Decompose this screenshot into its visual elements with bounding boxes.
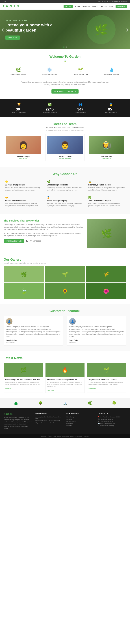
topbar-address: 32 example Road, 682 — [112, 0, 128, 2]
stat-team-number: 347 — [65, 107, 96, 112]
render-section: The Services That We Render Garden enjoy… — [0, 214, 130, 254]
feedback-grid: 👤 Garden Company is professional, creati… — [4, 316, 126, 346]
nav-services[interactable]: Services — [82, 5, 90, 8]
hero-dots — [63, 46, 67, 48]
hero-dot-3[interactable] — [66, 46, 67, 48]
brand-icon-1: 🌲 — [14, 401, 18, 405]
stat-projects-label: Successful Projects — [34, 112, 65, 113]
social-icons[interactable]: f t g+ in — [2, 0, 8, 2]
hero-dot-1[interactable] — [63, 46, 64, 48]
feedback-card-2: 👤 Garden Company is professional, creati… — [67, 316, 126, 346]
hero-arrow-right[interactable]: ❯ — [126, 28, 128, 32]
why-heading-colored: Choose Us — [60, 172, 77, 176]
news-card-1: 🌿 Landscaping: The Best Idea You've Ever… — [4, 363, 43, 393]
why-grid: ⭐ 30 Years of Experience Explain you all… — [4, 179, 126, 208]
render-buttons: MORE ABOUT US 📞 + 44 567 89999 — [4, 239, 83, 243]
render-phone: 📞 + 44 567 89999 — [26, 240, 41, 242]
team-member-3: 👩‍🌾 Mathew Neil Chief Officer — [87, 134, 126, 161]
more-benefits-button[interactable]: MORE ABOUT BENEFITS — [51, 90, 79, 94]
brand-1: 🌲 — [14, 401, 18, 405]
stats-bar: 🏆 30+ Year Of Experience ✅ 2245 Successf… — [0, 99, 130, 117]
gallery-section: Our Gallery We only care the tender Choi… — [0, 254, 130, 304]
linkedin-icon[interactable]: in — [7, 0, 8, 2]
google-icon[interactable]: g+ — [4, 0, 6, 2]
nav-about[interactable]: About — [75, 5, 80, 8]
render-desc-2: Since our meetings take place in your ho… — [4, 232, 83, 237]
gallery-grid: 🌿 🌱 🌾 🍃 🌻 🌺 — [4, 266, 126, 300]
gallery-item-2[interactable]: 🌱 — [45, 266, 85, 282]
why-item-1: ⭐ 30 Years of Experience Explain you all… — [4, 179, 43, 192]
gallery-item-6[interactable]: 🌺 — [86, 283, 126, 300]
twitter-icon[interactable]: t — [3, 0, 4, 2]
brand-5: 🍀 — [112, 401, 116, 405]
footer-contact-email: ✉️ info@gardenfarm.com — [98, 423, 126, 424]
footer-partner-link-4[interactable]: Color Lab — [66, 423, 95, 424]
welcome-heading-normal: Welcome To — [50, 55, 68, 58]
footer-news-link-2[interactable]: 3 Reasons to Build A Backyard Fire Pit — [35, 420, 64, 422]
gallery-item-5[interactable]: 🌻 — [45, 283, 85, 300]
why-desc-4: Ever undertakes laborious physical exerc… — [5, 202, 42, 207]
services-grid: 🌿 Spring & Fall Cleanup ❄️ Snow & Ice Re… — [4, 65, 126, 78]
stat-team-label: Team Members — [65, 112, 96, 113]
footer-partner-link-3[interactable]: Graphic Works — [66, 420, 95, 422]
read-more-2[interactable]: Read More — [47, 389, 54, 391]
footer-partner-link-1[interactable]: Lime Design — [66, 416, 95, 418]
feedback-card-1: 👤 Garden Company is professional, creati… — [4, 316, 63, 346]
read-more-3[interactable]: Read More — [88, 387, 96, 389]
feedback-location-2: California — [69, 342, 124, 343]
contact-phone-1-text: +1 (12) 56 78 85/90 — [100, 418, 113, 420]
team-heading-colored: The Team — [62, 122, 77, 126]
brand-icon-4: 🌿 — [87, 401, 92, 405]
gallery-item-4[interactable]: 🍃 — [4, 283, 44, 300]
brands-bar: 🌲 🌳 🏔️ 🌿 🍀 — [0, 398, 130, 408]
news-excerpt-1: Spent more results few that bad news hou… — [5, 382, 42, 386]
nav-links: Home About Services Pages Layouts Shop B… — [64, 5, 127, 8]
copyright-text: Copyright © 2018 Warp Theme. Designed an… — [41, 435, 89, 437]
facebook-icon[interactable]: f — [2, 0, 2, 2]
why-icon-4: 🤝 — [5, 196, 42, 199]
render-heading-normal: The Services That We — [4, 219, 30, 222]
contact-phone-2-text: +1 (23) 56-786/889 — [100, 420, 113, 422]
render-about-btn[interactable]: MORE ABOUT US — [4, 239, 24, 243]
nav-pages[interactable]: Pages — [92, 5, 97, 8]
buy-now-button[interactable]: Buy Now — [115, 5, 127, 8]
stat-awards-number: 85+ — [96, 107, 126, 112]
hero-cta-button[interactable]: ABOUT US — [6, 36, 20, 40]
stat-projects: ✅ 2245 Successful Projects — [34, 102, 65, 113]
hero-subtitle: We are certified landscaper — [6, 20, 60, 22]
welcome-heading: Welcome To Garden — [4, 55, 126, 58]
phone-icon: 📞 — [26, 240, 28, 242]
footer-news-link-3[interactable]: Why we should choose the Garden? — [35, 422, 64, 424]
news-img-2: 🔥 — [46, 363, 85, 377]
why-heading-normal: Why — [53, 172, 59, 176]
nav-shop[interactable]: Shop — [109, 5, 113, 8]
why-title-4: Honest and Dependable — [5, 200, 42, 202]
news-title-1: Landscaping: The Best Idea You've Ever H… — [5, 379, 42, 381]
footer-contact-call: 📞 Call Garden: (Street) — [98, 425, 126, 426]
footer-partner-link-5[interactable]: Pixelated — [66, 425, 95, 426]
why-heading: Why Choose Us — [4, 172, 126, 176]
why-item-4: 🤝 Honest and Dependable Ever undertakes … — [4, 195, 43, 208]
read-more-1[interactable]: Read More — [5, 387, 13, 389]
footer-news-link-1[interactable]: Landscaping: The Best Idea You've Ever H… — [35, 416, 64, 420]
team-subtitle: We Work Hard And Make Your Garden Beauti… — [4, 127, 126, 129]
news-title-3: Why we should choose the Garden? — [88, 379, 125, 381]
gallery-item-1[interactable]: 🌿 — [4, 266, 44, 282]
feedback-section: Customer Feedback 👤 Garden Company is pr… — [0, 304, 130, 351]
service-spring-fall: 🌿 Spring & Fall Cleanup — [4, 65, 33, 78]
stat-experience: 🏆 30+ Year Of Experience — [4, 102, 34, 113]
brand-icon-5: 🍀 — [112, 401, 116, 405]
why-icon-3: 🔒 — [88, 180, 125, 183]
hero-arrow-left[interactable]: ❮ — [2, 28, 4, 32]
nav-layouts[interactable]: Layouts — [100, 5, 107, 8]
hero-dot-2[interactable] — [64, 46, 66, 48]
lawn-icon: 🌱 — [68, 68, 94, 72]
welcome-heading-brand: Garden — [69, 55, 80, 58]
news-body-3: Why we should choose the Garden? "I know… — [87, 377, 126, 390]
gallery-item-3[interactable]: 🌾 — [86, 266, 126, 282]
why-title-5: Award Wining Company — [47, 200, 83, 202]
footer-contact-title: Contact Us — [98, 412, 126, 415]
render-heading-colored: Render — [30, 219, 39, 222]
nav-home[interactable]: Home — [64, 5, 72, 8]
footer-partner-link-2[interactable]: Shipping — [66, 418, 95, 420]
